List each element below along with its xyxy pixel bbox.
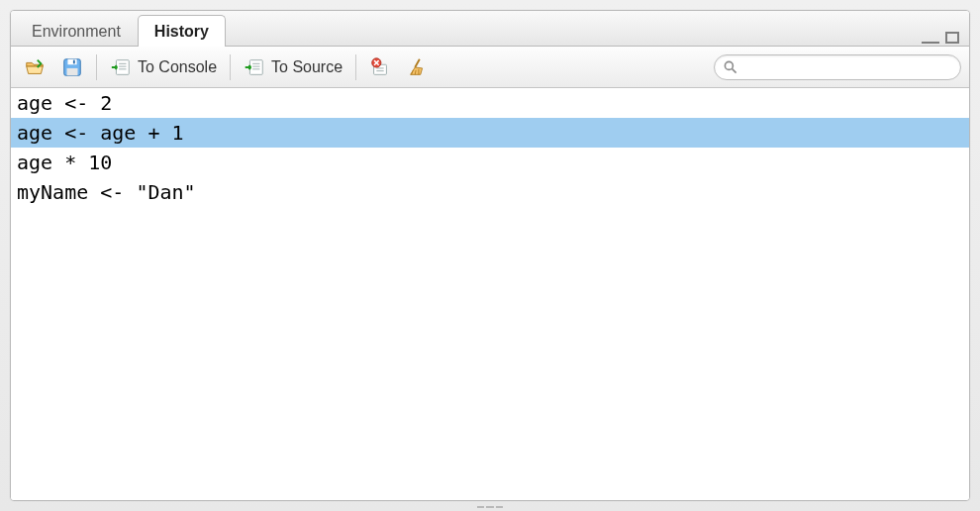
- broom-icon: [407, 56, 429, 78]
- minimize-pane-icon[interactable]: [922, 36, 939, 44]
- load-history-button[interactable]: [19, 53, 50, 81]
- history-entry[interactable]: myName <- "Dan": [11, 177, 969, 207]
- svg-rect-4: [116, 59, 129, 74]
- svg-rect-8: [249, 59, 262, 74]
- tab-history-label: History: [154, 23, 209, 40]
- svg-rect-2: [67, 67, 78, 74]
- to-console-icon: [110, 56, 132, 78]
- save-icon: [61, 56, 83, 78]
- maximize-pane-icon[interactable]: [945, 32, 959, 44]
- remove-icon: [369, 56, 391, 78]
- folder-open-icon: [24, 56, 46, 78]
- svg-line-16: [415, 58, 420, 66]
- svg-point-20: [725, 61, 733, 69]
- remove-entries-button[interactable]: [364, 53, 396, 81]
- history-entry[interactable]: age * 10: [11, 148, 969, 177]
- history-entry[interactable]: age <- 2: [11, 88, 969, 118]
- tab-bar: Environment History: [11, 11, 969, 47]
- save-history-button[interactable]: [56, 53, 88, 81]
- tab-environment-label: Environment: [32, 23, 121, 40]
- toolbar-separator: [230, 54, 231, 80]
- search-field[interactable]: [714, 54, 961, 80]
- toolbar: To Console To Source: [11, 47, 969, 88]
- history-list[interactable]: age <- 2age <- age + 1age * 10myName <- …: [11, 88, 969, 500]
- to-source-label: To Source: [271, 58, 343, 76]
- history-entry[interactable]: age <- age + 1: [11, 118, 969, 148]
- svg-line-21: [733, 68, 736, 72]
- clear-history-button[interactable]: [402, 53, 434, 81]
- search-input[interactable]: [742, 59, 952, 75]
- toolbar-separator: [96, 54, 97, 80]
- to-console-button[interactable]: To Console: [105, 53, 222, 81]
- to-console-label: To Console: [138, 58, 217, 76]
- resize-grip[interactable]: [477, 505, 503, 509]
- tab-environment[interactable]: Environment: [15, 15, 138, 47]
- svg-rect-1: [67, 58, 76, 64]
- toolbar-separator: [355, 54, 356, 80]
- to-source-button[interactable]: To Source: [239, 53, 347, 81]
- history-panel: Environment History: [10, 10, 970, 501]
- pane-window-controls: [922, 34, 969, 46]
- to-source-icon: [244, 56, 265, 78]
- search-icon: [723, 59, 738, 75]
- tab-history[interactable]: History: [138, 15, 226, 47]
- svg-rect-3: [73, 59, 75, 63]
